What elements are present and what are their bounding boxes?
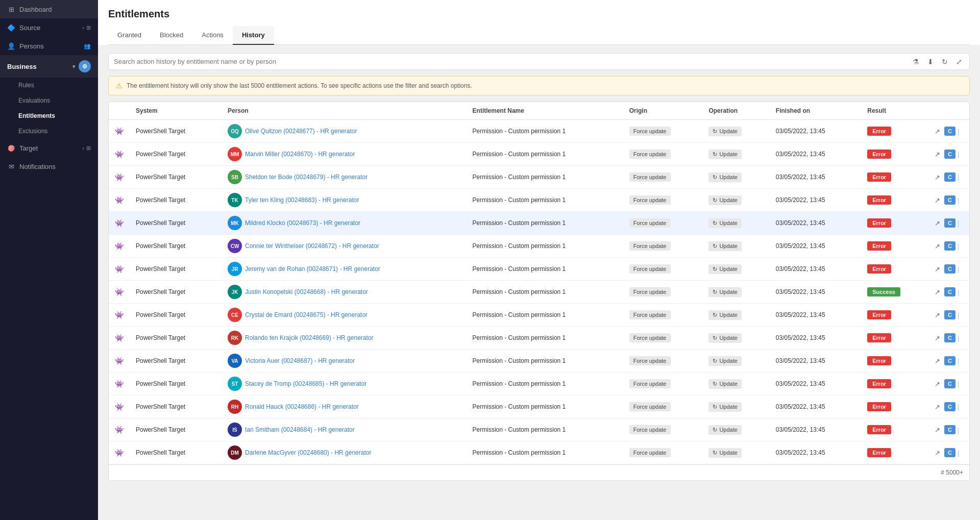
copy-button[interactable]: C	[944, 264, 955, 274]
row-origin: Force update	[623, 373, 703, 395]
row-system-icon: 👾	[109, 350, 130, 373]
person-name-link[interactable]: Victoria Auer (00248687) - HR generator	[245, 357, 355, 364]
open-link-icon[interactable]: ↗	[935, 242, 940, 250]
col-result[interactable]: Result	[861, 102, 928, 120]
copy-button[interactable]: C	[944, 333, 955, 342]
open-link-icon[interactable]: ↗	[935, 288, 940, 296]
row-result: Error	[861, 120, 928, 143]
copy-button[interactable]: C	[944, 127, 955, 136]
tab-actions[interactable]: Actions	[192, 26, 233, 45]
refresh-icon: ↻	[713, 381, 717, 387]
result-badge: Error	[867, 172, 891, 182]
open-link-icon[interactable]: ↗	[935, 196, 940, 204]
copy-button[interactable]: C	[944, 402, 955, 411]
row-system: PowerShell Target	[130, 395, 222, 418]
open-link-icon[interactable]: ↗	[935, 265, 940, 273]
tab-granted[interactable]: Granted	[108, 26, 151, 45]
row-operation: ↻Update	[702, 120, 769, 143]
row-operation: ↻Update	[702, 327, 769, 350]
sidebar-item-entitlements[interactable]: Entitlements	[0, 108, 98, 123]
tab-history[interactable]: History	[233, 26, 274, 45]
col-origin[interactable]: Origin	[623, 102, 703, 120]
sidebar-item-rules[interactable]: Rules	[0, 78, 98, 93]
table-row: 👾 PowerShell Target MK Mildred Klocko (0…	[109, 212, 969, 235]
download-icon[interactable]: ⬇	[925, 56, 936, 68]
open-link-icon[interactable]: ↗	[935, 174, 940, 181]
person-name-link[interactable]: Darlene MacGyver (00248680) - HR generat…	[245, 449, 371, 456]
row-system-icon: 👾	[109, 395, 130, 418]
refresh-icon: ↻	[713, 404, 717, 410]
person-name-link[interactable]: Sheldon ter Bode (00248679) - HR generat…	[245, 174, 368, 181]
open-link-icon[interactable]: ↗	[935, 426, 940, 434]
open-link-icon[interactable]: ↗	[935, 380, 940, 388]
col-finished[interactable]: Finished on	[770, 102, 861, 120]
avatar: OQ	[228, 124, 242, 138]
grid-icon2: ⊞	[86, 145, 91, 152]
col-entitlement[interactable]: Entitlement Name	[467, 102, 623, 120]
copy-button[interactable]: C	[944, 310, 955, 319]
copy-button[interactable]: C	[944, 241, 955, 251]
open-link-icon[interactable]: ↗	[935, 357, 940, 365]
open-link-icon[interactable]: ↗	[935, 128, 940, 135]
row-actions-cell: ↗ C |	[928, 327, 969, 350]
sidebar-item-business[interactable]: Business ▾ ⚙	[0, 55, 98, 78]
tab-blocked[interactable]: Blocked	[151, 26, 192, 45]
copy-button[interactable]: C	[944, 172, 955, 182]
open-link-icon[interactable]: ↗	[935, 151, 940, 158]
sidebar-item-evaluations[interactable]: Evaluations	[0, 93, 98, 108]
copy-button[interactable]: C	[944, 379, 955, 388]
row-result: Error	[861, 304, 928, 327]
avatar: RH	[228, 400, 242, 414]
person-name-link[interactable]: Crystal de Emard (00248675) - HR generat…	[245, 311, 368, 318]
person-name-link[interactable]: Mildred Klocko (00248673) - HR generator	[245, 219, 360, 227]
sidebar-item-source[interactable]: 🔷 Source ‹ ⊞	[0, 18, 98, 37]
open-link-icon[interactable]: ↗	[935, 219, 940, 227]
col-person[interactable]: Person	[222, 102, 467, 120]
row-entitlement: Permission - Custom permission 1	[467, 143, 623, 166]
copy-button[interactable]: C	[944, 195, 955, 205]
copy-button[interactable]: C	[944, 150, 955, 159]
person-name-link[interactable]: Jeremy van de Rohan (00248671) - HR gene…	[245, 265, 380, 273]
sidebar-item-target[interactable]: 🎯 Target ‹ ⊞	[0, 139, 98, 157]
sidebar-item-exclusions[interactable]: Exclusions	[0, 123, 98, 139]
sidebar-item-persons[interactable]: 👤 Persons 👥	[0, 37, 98, 55]
row-operation: ↻Update	[702, 166, 769, 189]
copy-button[interactable]: C	[944, 425, 955, 434]
filter-icon[interactable]: ⚗	[911, 56, 921, 68]
refresh-icon: ↻	[713, 243, 717, 250]
copy-button[interactable]: C	[944, 218, 955, 228]
sidebar-item-notifications[interactable]: ✉ Notifications	[0, 157, 98, 176]
person-name-link[interactable]: Connie ter Wintheiser (00248672) - HR ge…	[245, 242, 379, 250]
scroll-handle: |	[958, 403, 959, 411]
person-name-link[interactable]: Rolando ten Krajcik (00248669) - HR gene…	[245, 334, 373, 341]
person-name-link[interactable]: Tyler ten Kling (00248683) - HR generato…	[245, 196, 359, 204]
copy-button[interactable]: C	[944, 356, 955, 365]
open-link-icon[interactable]: ↗	[935, 449, 940, 457]
result-badge: Error	[867, 448, 891, 457]
row-origin: Force update	[623, 327, 703, 350]
person-name-link[interactable]: Justin Konopelski (00248668) - HR genera…	[245, 288, 368, 295]
col-actions	[928, 102, 969, 120]
copy-button[interactable]: C	[944, 287, 955, 296]
col-operation[interactable]: Operation	[702, 102, 769, 120]
person-name-link[interactable]: Olive Quitzon (00248677) - HR generator	[245, 128, 357, 135]
open-link-icon[interactable]: ↗	[935, 311, 940, 319]
open-link-icon[interactable]: ↗	[935, 403, 940, 411]
sidebar-item-dashboard[interactable]: ⊞ Dashboard	[0, 0, 98, 18]
col-system[interactable]: System	[130, 102, 222, 120]
person-name-link[interactable]: Marvin Miller (00248670) - HR generator	[245, 151, 355, 158]
person-name-link[interactable]: Ian Smitham (00248684) - HR generator	[245, 426, 355, 433]
origin-badge: Force update	[629, 195, 671, 205]
system-type-icon: 👾	[115, 173, 124, 181]
refresh-icon: ↻	[713, 174, 717, 181]
chevron-left-icon: ‹	[82, 24, 84, 31]
expand-icon[interactable]: ⤢	[954, 56, 964, 68]
avatar: MM	[228, 147, 242, 161]
search-input[interactable]	[114, 54, 906, 69]
refresh-icon[interactable]: ↻	[940, 56, 950, 68]
person-name-link[interactable]: Ronald Hauck (00248686) - HR generator	[245, 403, 359, 410]
person-name-link[interactable]: Stacey de Tromp (00248685) - HR generato…	[245, 380, 366, 387]
avatar: ST	[228, 377, 242, 391]
copy-button[interactable]: C	[944, 448, 955, 457]
open-link-icon[interactable]: ↗	[935, 334, 940, 342]
